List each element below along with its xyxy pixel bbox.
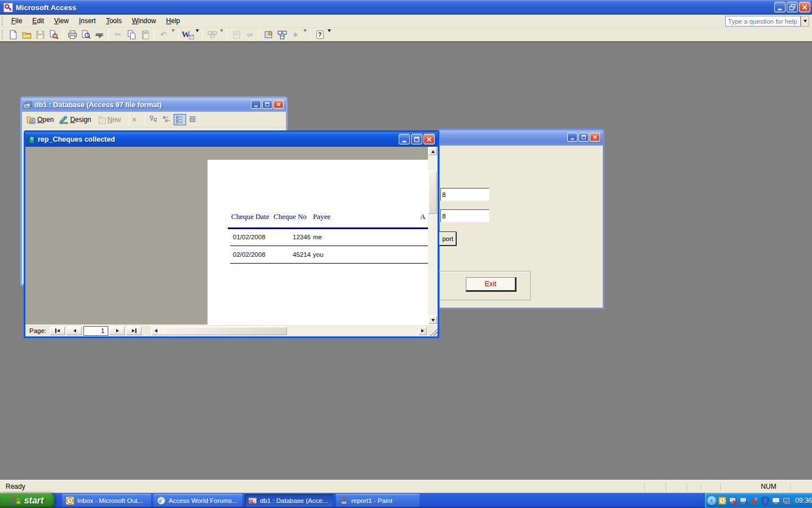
menu-tools[interactable]: Tools xyxy=(101,15,127,27)
help-dropdown-icon[interactable] xyxy=(326,32,332,37)
officelinks-word-icon[interactable]: W xyxy=(182,28,194,41)
taskbar-item-access-db[interactable]: db1 : Database (Acce... xyxy=(245,494,334,507)
menu-window[interactable]: Window xyxy=(127,15,161,27)
new-file-icon[interactable] xyxy=(7,28,19,41)
close-button[interactable] xyxy=(799,2,810,12)
row1-cheque-date: 01/02/2008 xyxy=(233,234,266,240)
start-button[interactable]: start xyxy=(0,493,55,508)
code-icon[interactable] xyxy=(230,28,242,41)
row2-cheque-date: 02/02/2008 xyxy=(233,251,266,258)
file-search-icon[interactable] xyxy=(47,28,60,41)
officelinks-dropdown-icon[interactable] xyxy=(195,32,200,37)
last-page-button[interactable] xyxy=(126,326,142,336)
report-page[interactable]: Cheque Date Cheque No Payee A 01/02/2008… xyxy=(208,160,428,325)
db-maximize-button[interactable] xyxy=(262,100,272,109)
undo-icon[interactable]: ↶ xyxy=(157,28,170,41)
db-window-titlebar[interactable]: db1 : Database (Access 97 file format) xyxy=(22,98,286,112)
toolbar-grip[interactable] xyxy=(2,30,5,39)
report-icon xyxy=(27,135,36,144)
cut-icon[interactable]: ✂ xyxy=(112,28,124,41)
status-text: Ready xyxy=(6,483,25,491)
horizontal-scrollbar[interactable] xyxy=(151,326,427,336)
form-maximize-button[interactable] xyxy=(579,133,589,142)
taskbar-item-browser[interactable]: e Access World Forums... xyxy=(153,494,242,507)
question-help-input[interactable] xyxy=(725,16,801,27)
status-bar: Ready NUM xyxy=(0,480,812,493)
db-close-button[interactable] xyxy=(273,100,284,109)
first-page-button[interactable] xyxy=(50,326,65,336)
toolbar-grip[interactable] xyxy=(2,16,5,25)
row2-payee: you xyxy=(313,251,324,258)
taskbar-item-outlook[interactable]: Inbox - Microsoft Out... xyxy=(62,494,151,507)
vertical-scroll-thumb[interactable] xyxy=(428,170,438,214)
new-object-icon[interactable]: ∗ xyxy=(289,28,302,41)
menu-help[interactable]: Help xyxy=(161,15,186,27)
horizontal-scroll-thumb[interactable] xyxy=(158,326,288,336)
restore-button[interactable] xyxy=(787,2,798,12)
report-close-button[interactable] xyxy=(423,134,435,144)
form-window-titlebar[interactable] xyxy=(440,130,603,146)
page-number-field[interactable] xyxy=(83,326,108,336)
details-view-toggle[interactable] xyxy=(187,114,199,125)
tray-display-error-icon[interactable] xyxy=(729,496,738,505)
taskbar-item-paint[interactable]: report1 - Paint xyxy=(336,494,420,507)
open-icon[interactable] xyxy=(20,28,33,41)
toolbar-separator xyxy=(63,29,63,40)
tray-display-icon[interactable] xyxy=(771,496,780,505)
exit-button[interactable]: Exit xyxy=(466,277,517,292)
question-help-dropdown-icon[interactable] xyxy=(801,16,809,27)
db-minimize-button[interactable] xyxy=(251,100,261,109)
minimize-button[interactable] xyxy=(774,2,785,12)
tray-remote-desktop-icon[interactable] xyxy=(739,496,748,505)
properties-icon[interactable] xyxy=(262,28,275,41)
link-icon[interactable]: ∞ xyxy=(244,28,256,41)
toolbar-separator xyxy=(310,29,311,40)
analyze-dropdown-icon[interactable] xyxy=(219,32,224,37)
menu-edit[interactable]: Edit xyxy=(27,15,49,27)
spelling-icon[interactable]: ABC✓ xyxy=(93,28,105,41)
new-object-dropdown-icon[interactable] xyxy=(302,32,308,37)
paste-icon[interactable] xyxy=(139,28,151,41)
tray-reminder-clock-icon[interactable] xyxy=(718,496,727,505)
analyze-icon[interactable] xyxy=(206,28,218,41)
db-delete-button[interactable]: × xyxy=(132,115,137,124)
form-minimize-button[interactable] xyxy=(567,133,577,142)
start-label: start xyxy=(24,496,44,506)
toolbar-separator xyxy=(145,114,145,125)
relationships-icon[interactable] xyxy=(276,28,288,41)
report-window-titlebar[interactable]: rep_Cheques collected xyxy=(25,132,438,147)
tray-computer-icon[interactable] xyxy=(782,496,791,505)
tray-firewall-shield-icon[interactable] xyxy=(761,496,770,505)
scroll-up-icon[interactable] xyxy=(428,147,438,156)
next-page-button[interactable] xyxy=(109,326,125,336)
scroll-right-icon[interactable] xyxy=(418,326,427,336)
form-close-button[interactable] xyxy=(590,133,600,142)
form-text-field-2[interactable]: 8 xyxy=(440,209,489,222)
toolbar-separator xyxy=(202,29,203,40)
svg-text:e: e xyxy=(159,497,162,504)
undo-dropdown-icon[interactable] xyxy=(170,32,176,37)
report-maximize-button[interactable] xyxy=(411,134,422,144)
scroll-down-icon[interactable] xyxy=(428,316,438,325)
menu-view[interactable]: View xyxy=(49,15,74,27)
tray-collapse-chevron-icon[interactable]: ‹ xyxy=(707,496,716,505)
form-text-field-1[interactable]: 8 xyxy=(440,188,489,201)
db-open-button[interactable]: Open xyxy=(27,115,54,124)
db-new-button[interactable]: New xyxy=(97,115,121,124)
db-design-button[interactable]: Design xyxy=(59,115,91,124)
help-icon[interactable]: ? xyxy=(314,28,326,41)
menu-file[interactable]: File xyxy=(6,15,27,27)
previous-page-button[interactable] xyxy=(67,326,82,336)
report-minimize-button[interactable] xyxy=(399,134,410,144)
tray-volume-blocked-icon[interactable] xyxy=(750,496,759,505)
large-icons-toggle[interactable] xyxy=(148,114,160,125)
print-icon[interactable] xyxy=(66,28,78,41)
copy-icon[interactable] xyxy=(125,28,138,41)
save-icon[interactable] xyxy=(34,28,46,41)
small-icons-toggle[interactable] xyxy=(161,114,173,125)
menu-insert[interactable]: Insert xyxy=(74,15,101,27)
vertical-scrollbar[interactable] xyxy=(428,147,438,325)
resize-grip[interactable] xyxy=(427,326,438,336)
print-preview-icon[interactable] xyxy=(80,28,92,41)
list-view-toggle[interactable] xyxy=(174,114,186,125)
